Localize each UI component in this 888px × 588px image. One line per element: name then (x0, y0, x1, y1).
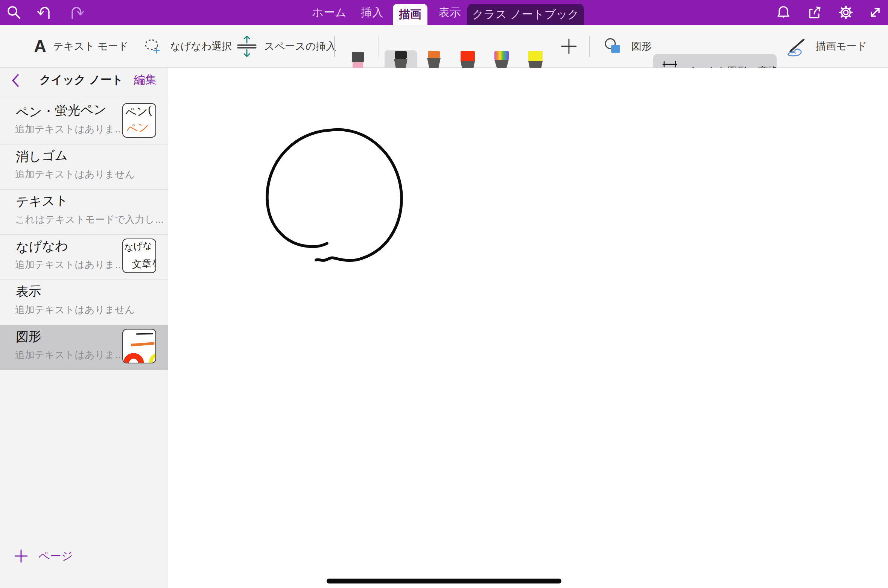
back-chevron-icon[interactable] (11, 74, 20, 87)
page-list-item[interactable]: なげなわ 追加テキストはありま… なげな 文章を (0, 234, 168, 280)
hand-pen-icon (786, 36, 809, 57)
page-subtitle: 追加テキストはありま… (15, 348, 125, 362)
drawing-canvas[interactable] (168, 68, 888, 588)
page-list-item[interactable]: 表示 追加テキストはありません (0, 280, 168, 325)
tab-draw[interactable]: 描画 (393, 4, 427, 25)
toolbar-divider (589, 36, 590, 57)
page-subtitle: 追加テキストはありま… (15, 123, 125, 136)
add-page-label: ページ (38, 548, 73, 564)
toolbar-divider (334, 36, 335, 57)
page-list-item-selected[interactable]: 図形 追加テキストはありま… (0, 325, 168, 370)
page-title-ink: 表示 (15, 283, 42, 301)
text-mode-label: テキスト モード (53, 40, 128, 53)
page-title-ink: なげなわ (15, 237, 68, 256)
page-title-ink: テキスト (15, 192, 68, 211)
add-page-button[interactable]: ページ (14, 548, 73, 564)
svg-text:文章を: 文章を (131, 257, 155, 270)
page-subtitle: 追加テキストはありま… (15, 258, 125, 271)
insert-space-label: スペースの挿入 (264, 40, 336, 53)
tab-class-notebook[interactable]: クラス ノートブック (467, 4, 584, 25)
page-title-ink: 図形 (15, 328, 42, 346)
lasso-icon (142, 36, 163, 56)
share-icon[interactable] (807, 4, 823, 21)
insert-space-icon (236, 35, 257, 58)
page-title-ink: ペン・蛍光ペン (15, 101, 107, 122)
ink-stroke-circle (168, 68, 888, 588)
page-subtitle: 追加テキストはありません (15, 303, 135, 316)
draw-mode-label: 描画モード (816, 40, 867, 53)
notebook-section-title: クイック ノート (40, 72, 123, 88)
redo-icon[interactable] (68, 4, 85, 21)
undo-icon[interactable] (36, 4, 53, 21)
page-subtitle: 追加テキストはありません (15, 168, 135, 181)
svg-text:ペン: ペン (125, 120, 150, 135)
page-list-item[interactable]: テキスト これはテキストモードで入力し… (0, 189, 168, 234)
home-indicator-bar[interactable] (327, 579, 561, 583)
svg-text:ペン(: ペン( (124, 104, 152, 119)
plus-icon (560, 38, 578, 55)
page-list-sidebar: クイック ノート 編集 ペン・蛍光ペン 追加テキストはありま… ペン( ペン 消… (0, 68, 168, 588)
tab-view[interactable]: 表示 (434, 0, 465, 25)
insert-space-button[interactable]: スペースの挿入 (236, 25, 336, 68)
top-app-bar: ホーム 挿入 描画 表示 クラス ノートブック (0, 0, 888, 25)
shapes-button[interactable]: 図形 (604, 25, 652, 68)
text-mode-button[interactable]: A テキスト モード (34, 25, 129, 68)
shapes-label: 図形 (631, 40, 652, 53)
draw-toolbar: A テキスト モード なげなわ選択 ス (0, 25, 888, 68)
search-icon[interactable] (5, 4, 22, 21)
add-pen-button[interactable] (560, 25, 578, 68)
tab-home[interactable]: ホーム (312, 0, 347, 25)
page-list-item[interactable]: 消しゴム 追加テキストはありません (0, 144, 168, 189)
page-thumbnail: なげな 文章を (122, 239, 156, 273)
shapes-icon (604, 37, 625, 56)
edit-button[interactable]: 編集 (134, 72, 157, 88)
plus-icon (14, 548, 29, 564)
tab-insert[interactable]: 挿入 (357, 0, 388, 25)
draw-mode-button[interactable]: 描画モード (786, 25, 867, 68)
page-title-ink: 消しゴム (15, 147, 68, 166)
gear-icon[interactable] (838, 4, 854, 21)
page-list-item[interactable]: ペン・蛍光ペン 追加テキストはありま… ペン( ペン (0, 99, 168, 144)
page-thumbnail: ペン( ペン (122, 103, 156, 138)
fullscreen-icon[interactable] (867, 4, 883, 21)
lasso-select-button[interactable]: なげなわ選択 (142, 25, 232, 68)
lasso-select-label: なげなわ選択 (170, 40, 232, 53)
svg-text:なげな: なげな (124, 240, 152, 252)
page-thumbnail (122, 329, 156, 363)
bell-icon[interactable] (775, 4, 792, 21)
toolbar-divider (379, 36, 379, 57)
page-subtitle: これはテキストモードで入力し… (15, 213, 164, 226)
letter-a-icon: A (34, 38, 46, 55)
